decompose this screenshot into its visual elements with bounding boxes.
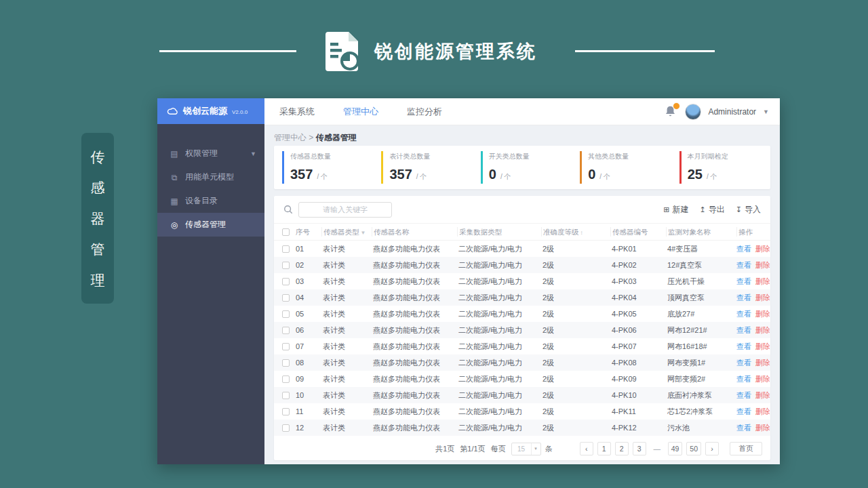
vertical-label-char: 感 <box>91 180 105 195</box>
stat-value: 357 <box>290 167 313 182</box>
page-button-2[interactable]: 2 <box>615 442 629 455</box>
breadcrumb-parent[interactable]: 管理中心 <box>274 133 307 142</box>
view-link[interactable]: 查看 <box>736 309 751 319</box>
cell-no: 02 <box>294 261 321 269</box>
cell-no: 01 <box>294 245 321 253</box>
sidebar-item-2[interactable]: ▦设备目录 <box>157 189 264 213</box>
delete-link[interactable]: 删除 <box>755 325 770 336</box>
row-actions: 查看删除 <box>736 260 770 270</box>
page-button-49[interactable]: 49 <box>668 442 683 455</box>
toolbar-button-2[interactable]: ↧导入 <box>736 204 761 216</box>
per-page-stepper-icon[interactable]: ▾ <box>531 443 540 455</box>
delete-link[interactable]: 删除 <box>755 358 770 368</box>
view-link[interactable]: 查看 <box>736 423 751 433</box>
cell-type: 表计类 <box>321 325 372 336</box>
row-checkbox[interactable] <box>282 310 290 318</box>
sidebar-item-0[interactable]: ▤权限管理▼ <box>157 142 264 165</box>
delete-link[interactable]: 删除 <box>755 260 770 270</box>
toolbar-button-label: 导出 <box>709 204 725 216</box>
delete-link[interactable]: 删除 <box>755 407 770 417</box>
row-checkbox[interactable] <box>282 408 290 415</box>
view-link[interactable]: 查看 <box>736 293 751 303</box>
cell-name: 燕赵多功能电力仪表 <box>372 358 457 368</box>
table-row: 12表计类燕赵多功能电力仪表二次能源/电力/电力2级4-PK12污水池查看删除 <box>274 420 770 436</box>
toolbar-button-0[interactable]: ⊞新建 <box>663 204 688 216</box>
page-button-50[interactable]: 50 <box>686 442 701 455</box>
app-window: 锐创云能源 V2.0.0 ▤权限管理▼⧉用能单元模型▦设备目录◎传感器管理 采集… <box>157 98 780 464</box>
top-tabs: 采集系统管理中心监控分析 <box>279 106 442 118</box>
table-row: 02表计类燕赵多功能电力仪表二次能源/电力/电力2级4-PK0212#真空泵查看… <box>274 257 770 273</box>
document-pen-logo-icon <box>321 30 362 73</box>
cell-code: 4-PK08 <box>610 359 666 367</box>
row-actions: 查看删除 <box>736 325 770 336</box>
page-button-1[interactable]: 1 <box>597 442 611 455</box>
view-link[interactable]: 查看 <box>736 358 751 368</box>
cell-data_type: 二次能源/电力/电力 <box>457 423 541 433</box>
sort-icon[interactable]: ↕ <box>580 230 583 236</box>
view-link[interactable]: 查看 <box>736 325 751 336</box>
cell-target: 网布变频1# <box>666 358 736 368</box>
user-avatar[interactable] <box>685 104 701 120</box>
next-page-button[interactable]: › <box>705 442 719 455</box>
row-checkbox[interactable] <box>282 294 290 302</box>
row-checkbox[interactable] <box>282 262 290 269</box>
user-name[interactable]: Administrator <box>708 107 756 117</box>
sidebar-version: V2.0.0 <box>232 109 248 115</box>
tab-2[interactable]: 监控分析 <box>407 106 442 118</box>
toolbar-button-label: 导入 <box>745 204 761 216</box>
per-page-input[interactable] <box>512 445 531 453</box>
delete-link[interactable]: 删除 <box>755 293 770 303</box>
row-checkbox[interactable] <box>282 375 290 383</box>
stat-value-row: 357/ 个 <box>389 167 472 182</box>
row-checkbox[interactable] <box>282 327 290 334</box>
cell-name: 燕赵多功能电力仪表 <box>372 260 457 270</box>
cloud-icon <box>167 107 178 115</box>
row-checkbox[interactable] <box>282 359 290 367</box>
toolbar-button-1[interactable]: ↥导出 <box>700 204 725 216</box>
filter-icon[interactable]: ▼ <box>361 230 366 236</box>
page-button-3[interactable]: 3 <box>633 442 646 455</box>
view-link[interactable]: 查看 <box>736 342 751 352</box>
select-all-checkbox[interactable] <box>282 228 290 236</box>
table-row: 08表计类燕赵多功能电力仪表二次能源/电力/电力2级4-PK08网布变频1#查看… <box>274 354 770 371</box>
delete-link[interactable]: 删除 <box>755 423 770 433</box>
column-header-2: 传感器名称 <box>372 227 457 237</box>
delete-link[interactable]: 删除 <box>755 244 770 254</box>
cell-accuracy: 2级 <box>541 390 610 401</box>
cell-name: 燕赵多功能电力仪表 <box>372 342 457 352</box>
cell-name: 燕赵多功能电力仪表 <box>372 277 457 287</box>
delete-link[interactable]: 删除 <box>755 390 770 401</box>
notification-bell-icon[interactable] <box>665 105 678 119</box>
prev-page-button[interactable]: ‹ <box>580 442 593 455</box>
column-header-7: 操作 <box>736 227 770 237</box>
tab-1[interactable]: 管理中心 <box>343 106 378 118</box>
delete-link[interactable]: 删除 <box>755 309 770 319</box>
table-toolbar: ⊞新建↥导出↧导入 <box>274 196 770 223</box>
row-checkbox[interactable] <box>282 245 290 253</box>
row-checkbox[interactable] <box>282 392 290 399</box>
stat-color-bar <box>381 151 383 184</box>
table-row: 04表计类燕赵多功能电力仪表二次能源/电力/电力2级4-PK04顶网真空泵查看删… <box>274 289 770 306</box>
search-input[interactable] <box>298 202 392 218</box>
row-checkbox[interactable] <box>282 343 290 350</box>
sidebar-item-3[interactable]: ◎传感器管理 <box>157 213 264 237</box>
view-link[interactable]: 查看 <box>736 277 751 287</box>
delete-link[interactable]: 删除 <box>755 342 770 352</box>
row-checkbox[interactable] <box>282 278 290 285</box>
first-page-button[interactable]: 首页 <box>730 442 762 455</box>
view-link[interactable]: 查看 <box>736 374 751 384</box>
sidebar-item-1[interactable]: ⧉用能单元模型 <box>157 165 264 189</box>
delete-link[interactable]: 删除 <box>755 277 770 287</box>
delete-link[interactable]: 删除 <box>755 374 770 384</box>
tab-0[interactable]: 采集系统 <box>279 106 315 118</box>
user-menu-caret-icon[interactable]: ▼ <box>763 108 769 115</box>
breadcrumb-current: 传感器管理 <box>316 133 357 142</box>
view-link[interactable]: 查看 <box>736 407 751 417</box>
view-link[interactable]: 查看 <box>736 390 751 401</box>
view-link[interactable]: 查看 <box>736 244 751 254</box>
cell-target: 网部变频2# <box>666 374 736 384</box>
column-header-4: 准确度等级↕ <box>541 227 610 237</box>
row-checkbox[interactable] <box>282 424 290 432</box>
column-header-5: 传感器编号 <box>610 227 666 237</box>
view-link[interactable]: 查看 <box>736 260 751 270</box>
